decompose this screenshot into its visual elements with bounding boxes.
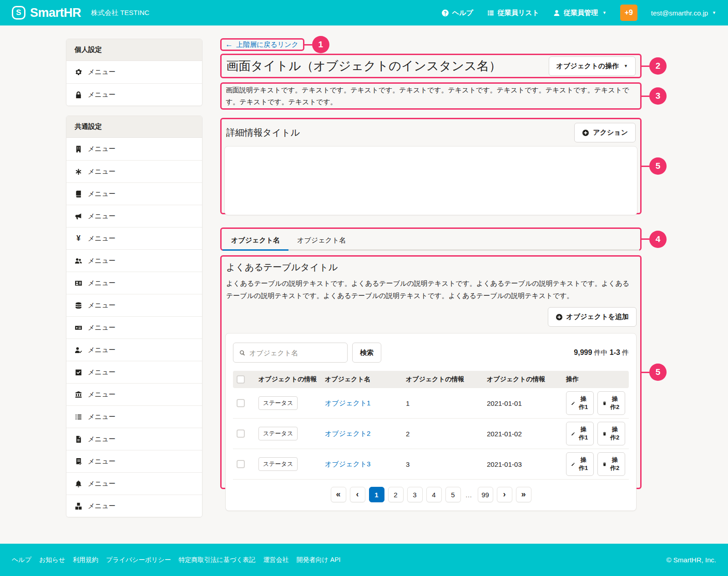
- object-actions-button[interactable]: オブジェクトの操作 ▼: [549, 56, 636, 76]
- annotation-marker-1: 1: [303, 36, 329, 53]
- help-nav-item[interactable]: ヘルプ: [441, 9, 473, 17]
- bell-icon: [75, 480, 82, 488]
- pagination-page-3[interactable]: 3: [407, 487, 423, 502]
- pagination-prev-button[interactable]: ‹: [350, 487, 365, 502]
- edit-action-button[interactable]: 操作1: [566, 391, 594, 415]
- pagination-page-1[interactable]: 1: [369, 487, 384, 502]
- sidebar-item[interactable]: メニュー: [66, 83, 202, 106]
- sidebar-item[interactable]: メニュー: [66, 472, 202, 495]
- object-link[interactable]: オブジェクト3: [325, 460, 370, 468]
- sidebar-item[interactable]: ¥ メニュー: [66, 227, 202, 249]
- sidebar-item[interactable]: メニュー: [66, 316, 202, 339]
- sidebar-item[interactable]: メニュー: [66, 450, 202, 472]
- sidebar-item[interactable]: メニュー: [66, 383, 202, 405]
- account-email: test@smarthr.co.jp: [651, 9, 708, 17]
- app-header: S SmartHR 株式会社 TESTINC ヘルプ 従業員リスト 従業員管理 …: [0, 0, 728, 25]
- footer-link-operator[interactable]: 運営会社: [263, 556, 289, 564]
- row-checkbox[interactable]: [237, 429, 245, 438]
- object-link[interactable]: オブジェクト1: [325, 399, 370, 407]
- tab-object-2[interactable]: オブジェクト名: [288, 232, 354, 249]
- pagination-page-4[interactable]: 4: [426, 487, 442, 502]
- tabs-annotation-box: オブジェクト名 オブジェクト名 4: [220, 227, 642, 251]
- smarthr-logo-icon: S: [12, 6, 25, 20]
- table-annotation-box: よくあるテーブルタイトル よくあるテーブルの説明テキストです。よくあるテーブルの…: [220, 255, 642, 489]
- annotation-line: [303, 44, 312, 45]
- pagination-first-button[interactable]: «: [331, 487, 346, 502]
- sidebar-item[interactable]: メニュー: [66, 405, 202, 428]
- sidebar: 個人設定 メニュー メニュー 共通設定 メニュー メニュー メニュー: [66, 39, 202, 517]
- sidebar-item[interactable]: メニュー: [66, 272, 202, 294]
- footer-link-commerce-law[interactable]: 特定商取引法に基づく表記: [179, 556, 256, 564]
- sidebar-item[interactable]: メニュー: [66, 138, 202, 160]
- pagination-page-2[interactable]: 2: [388, 487, 404, 502]
- notification-count-badge[interactable]: +9: [620, 5, 637, 21]
- sidebar-item-label: メニュー: [88, 413, 116, 421]
- footer-link-news[interactable]: お知らせ: [39, 556, 65, 564]
- back-to-parent-link[interactable]: ← 上階層に戻るリンク: [225, 40, 298, 49]
- sidebar-item[interactable]: メニュー: [66, 182, 202, 205]
- table-card: 検索 9,999 件中 1-3 件 オブジェクトの情報 オブジェクト名: [225, 333, 637, 511]
- sidebar-item-label: メニュー: [88, 212, 116, 221]
- employee-mgmt-dropdown[interactable]: 従業員管理 ▼: [553, 9, 607, 17]
- search-button[interactable]: 検索: [352, 343, 381, 363]
- object-link[interactable]: オブジェクト2: [325, 429, 370, 437]
- search-input[interactable]: [249, 349, 342, 357]
- help-label: ヘルプ: [452, 9, 473, 17]
- sidebar-item-label: メニュー: [88, 91, 116, 99]
- row-checkbox[interactable]: [237, 460, 245, 468]
- sidebar-item[interactable]: メニュー: [66, 61, 202, 83]
- sidebar-section-common: 共通設定 メニュー メニュー メニュー メニュー ¥ メニュー: [66, 116, 202, 517]
- pagination-last-button[interactable]: »: [516, 487, 531, 502]
- sidebar-item-label: メニュー: [88, 502, 116, 510]
- sidebar-item[interactable]: メニュー: [66, 495, 202, 517]
- footer-link-help[interactable]: ヘルプ: [12, 556, 31, 564]
- action-button[interactable]: アクション: [574, 123, 636, 142]
- sidebar-item-label: メニュー: [88, 457, 116, 466]
- trash-icon: [602, 461, 607, 467]
- pencil-icon: [571, 431, 575, 437]
- sidebar-item[interactable]: メニュー: [66, 160, 202, 182]
- result-count: 9,999 件中 1-3 件: [574, 349, 629, 357]
- database-icon: [75, 302, 82, 309]
- pagination-page-5[interactable]: 5: [445, 487, 461, 502]
- add-object-button[interactable]: オブジェクトを追加: [548, 307, 637, 327]
- footer-link-privacy[interactable]: プライバシーポリシー: [106, 556, 171, 564]
- action-button-label: アクション: [593, 128, 628, 137]
- yen-icon: ¥: [75, 235, 82, 243]
- smarthr-logo[interactable]: S SmartHR: [12, 6, 81, 20]
- object-info-cell: 2: [402, 419, 483, 449]
- sidebar-item[interactable]: メニュー: [66, 294, 202, 316]
- trash-icon: [602, 400, 607, 406]
- sidebar-item-label: メニュー: [88, 68, 116, 76]
- footer-link-developer-api[interactable]: 開発者向け API: [297, 556, 341, 564]
- delete-action-button[interactable]: 操作2: [597, 391, 625, 415]
- sidebar-item[interactable]: メニュー: [66, 428, 202, 450]
- sidebar-section-personal: 個人設定 メニュー メニュー: [66, 39, 202, 106]
- sidebar-section-title: 個人設定: [66, 39, 202, 61]
- chevron-down-icon: ▼: [624, 64, 628, 68]
- cubes-icon: [75, 502, 82, 510]
- edit-action-button[interactable]: 操作1: [566, 452, 594, 476]
- pagination-next-button[interactable]: ›: [497, 487, 512, 502]
- delete-action-button[interactable]: 操作2: [597, 452, 625, 476]
- detail-panel-card: [224, 146, 637, 215]
- sidebar-item[interactable]: メニュー: [66, 205, 202, 227]
- delete-action-button[interactable]: 操作2: [597, 422, 625, 445]
- footer-link-terms[interactable]: 利用規約: [73, 556, 98, 564]
- sidebar-item[interactable]: メニュー: [66, 249, 202, 272]
- row-checkbox[interactable]: [237, 399, 245, 407]
- select-all-checkbox[interactable]: [237, 375, 245, 384]
- sidebar-item[interactable]: メニュー: [66, 339, 202, 361]
- column-header: 操作: [562, 371, 629, 388]
- employee-list-nav-item[interactable]: 従業員リスト: [487, 9, 539, 17]
- result-total: 9,999: [574, 349, 592, 356]
- lock-icon: [75, 91, 82, 99]
- annotation-line: [640, 238, 649, 240]
- company-name: 株式会社 TESTINC: [91, 9, 149, 17]
- tab-object-1[interactable]: オブジェクト名: [222, 232, 288, 249]
- edit-action-button[interactable]: 操作1: [566, 422, 594, 445]
- gear-icon: [75, 68, 82, 76]
- pagination-page-99[interactable]: 99: [478, 487, 493, 502]
- sidebar-item[interactable]: メニュー: [66, 361, 202, 383]
- account-dropdown[interactable]: test@smarthr.co.jp ▼: [651, 9, 716, 17]
